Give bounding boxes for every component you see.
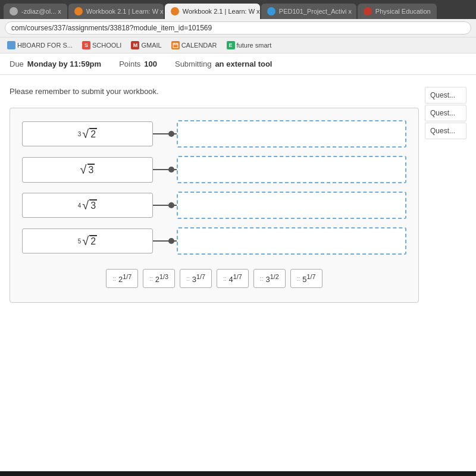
- assignment-header: Due Monday by 11:59pm Points 100 Submitt…: [0, 54, 476, 75]
- due-value: Monday by 11:59pm: [27, 60, 101, 68]
- submitting-value: an external tool: [215, 60, 272, 68]
- bookmark-gmail[interactable]: M GMAIL: [129, 40, 164, 51]
- page-body: Please remember to submit your workbook.…: [0, 75, 476, 315]
- match-left-1: 3 √ 2: [22, 121, 153, 147]
- tab-4[interactable]: PED101_Project_Activi x: [261, 4, 356, 19]
- match-right-2[interactable]: [177, 156, 406, 183]
- due-label: Due: [10, 60, 24, 68]
- bookmark-gmail-label: GMAIL: [141, 42, 161, 49]
- answer-bank: :: 21/7 :: 21/3 :: 31/7 :: 41/7: [22, 267, 406, 290]
- page-content: Due Monday by 11:59pm Points 100 Submitt…: [0, 54, 476, 471]
- bookmarks-bar: HBOARD FOR S... S SCHOOLI M GMAIL CALEND…: [0, 37, 476, 54]
- tab-5-icon: [364, 7, 372, 15]
- answer-label-5: 31/2: [265, 273, 278, 284]
- match-row-3: 4 √ 3: [22, 192, 406, 219]
- points-label: Points: [119, 60, 140, 68]
- answer-chip-1[interactable]: :: 21/7: [106, 269, 138, 288]
- answer-label-6: 51/7: [302, 273, 315, 284]
- drag-handle-2: ::: [149, 275, 153, 282]
- sidebar-quest-3-label: Quest...: [430, 127, 455, 135]
- answer-chip-6[interactable]: :: 51/7: [290, 269, 322, 288]
- address-bar-row: com/courses/337/assignments/33818?module…: [0, 19, 476, 37]
- match-row-4: 5 √ 2: [22, 227, 406, 255]
- drag-handle-6: ::: [297, 275, 300, 282]
- tab-3-icon: [171, 7, 179, 15]
- tab-2-label: Workbook 2.1 | Learn: W x: [86, 8, 164, 15]
- calendar-icon: [171, 41, 180, 49]
- radical-2: √ 3: [80, 164, 95, 176]
- sidebar-quest-2-label: Quest...: [430, 109, 455, 117]
- match-right-3[interactable]: [177, 192, 406, 219]
- sidebar-quest-1-label: Quest...: [430, 91, 455, 99]
- bookmark-futuresmart[interactable]: E future smart: [224, 40, 274, 51]
- sidebar-quest-3[interactable]: Quest...: [425, 123, 466, 139]
- matching-container: 3 √ 2 √ 3: [10, 108, 419, 303]
- bookmark-calendar[interactable]: CALENDAR: [169, 40, 220, 51]
- connector-1: [153, 133, 177, 134]
- match-right-4[interactable]: [177, 227, 406, 255]
- match-left-3: 4 √ 3: [22, 193, 153, 218]
- submitting-label: Submitting: [175, 60, 211, 68]
- tab-4-label: PED101_Project_Activi x: [279, 8, 352, 15]
- answer-chip-5[interactable]: :: 31/2: [253, 269, 286, 288]
- connector-2: [153, 169, 177, 170]
- answer-chip-3[interactable]: :: 31/7: [180, 269, 212, 288]
- futuresmart-icon: E: [227, 41, 235, 49]
- connector-4: [153, 240, 177, 242]
- submit-notice: Please remember to submit your workbook.: [10, 87, 419, 96]
- answer-label-1: 21/7: [118, 273, 131, 284]
- connector-3: [153, 205, 177, 206]
- bookmark-calendar-label: CALENDAR: [181, 42, 217, 49]
- drag-handle-4: ::: [223, 275, 227, 282]
- hboard-icon: [7, 41, 15, 49]
- svg-rect-0: [173, 43, 178, 48]
- bookmark-futuresmart-label: future smart: [237, 42, 272, 49]
- gmail-icon: M: [131, 41, 139, 49]
- match-row-1: 3 √ 2: [22, 120, 406, 148]
- tab-3-label: Workbook 2.1 | Learn: W x: [183, 8, 260, 15]
- tab-2-icon: [74, 7, 83, 15]
- tab-4-icon: [267, 7, 275, 15]
- tab-3[interactable]: Workbook 2.1 | Learn: W x: [165, 4, 260, 19]
- tab-5-label: Physical Education: [375, 8, 431, 15]
- tab-1[interactable]: -zdiaz@ol... x: [4, 4, 67, 19]
- bookmark-hboard[interactable]: HBOARD FOR S...: [5, 40, 75, 51]
- submitting-item: Submitting an external tool: [175, 60, 273, 68]
- answer-chip-2[interactable]: :: 21/3: [143, 269, 175, 288]
- tab-bar: -zdiaz@ol... x Workbook 2.1 | Learn: W x…: [0, 4, 476, 19]
- match-right-1[interactable]: [177, 120, 406, 148]
- tab-1-icon: [10, 7, 18, 15]
- radical-4: 5 √ 2: [78, 235, 97, 247]
- tab-5[interactable]: Physical Education: [358, 4, 437, 19]
- match-row-2: √ 3: [22, 156, 406, 183]
- drag-handle-1: ::: [112, 275, 116, 282]
- browser-chrome: -zdiaz@ol... x Workbook 2.1 | Learn: W x…: [0, 0, 476, 37]
- bookmark-schooli[interactable]: S SCHOOLI: [80, 40, 124, 51]
- points-value: 100: [144, 60, 157, 68]
- schooli-icon: S: [82, 41, 90, 49]
- due-item: Due Monday by 11:59pm: [10, 60, 101, 68]
- sidebar-quest-2[interactable]: Quest...: [425, 105, 466, 121]
- address-bar[interactable]: com/courses/337/assignments/33818?module…: [5, 21, 471, 35]
- points-item: Points 100: [119, 60, 157, 68]
- sidebar-quest-1[interactable]: Quest...: [425, 87, 466, 104]
- tab-2[interactable]: Workbook 2.1 | Learn: W x: [68, 4, 164, 19]
- tab-1-label: -zdiaz@ol... x: [21, 8, 61, 15]
- answer-label-3: 31/7: [192, 273, 205, 284]
- drag-handle-5: ::: [260, 275, 264, 282]
- answer-chip-4[interactable]: :: 41/7: [217, 269, 249, 288]
- answer-label-4: 41/7: [229, 273, 242, 284]
- match-left-2: √ 3: [22, 157, 153, 183]
- radical-1: 3 √ 2: [78, 128, 97, 140]
- sidebar-panel: Quest... Quest... Quest...: [425, 87, 466, 303]
- radical-3: 4 √ 3: [78, 199, 97, 211]
- drag-handle-3: ::: [186, 275, 190, 282]
- bookmark-schooli-label: SCHOOLI: [92, 42, 122, 49]
- match-left-4: 5 √ 2: [22, 228, 153, 254]
- main-area: Please remember to submit your workbook.…: [10, 87, 419, 303]
- bookmark-hboard-label: HBOARD FOR S...: [17, 42, 73, 49]
- answer-label-2: 21/3: [155, 273, 168, 284]
